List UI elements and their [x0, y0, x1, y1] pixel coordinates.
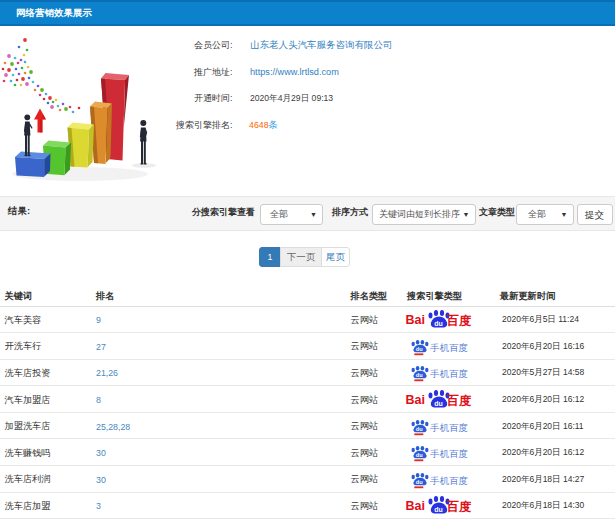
svg-text:手机百度: 手机百度 [430, 475, 468, 486]
svg-text:Bai: Bai [405, 313, 424, 327]
svg-text:百度: 百度 [445, 500, 472, 514]
svg-text:du: du [416, 426, 423, 432]
svg-text:手机百度: 手机百度 [430, 368, 468, 379]
svg-text:百度: 百度 [445, 314, 472, 328]
svg-text:手机百度: 手机百度 [430, 342, 468, 353]
svg-text:du: du [416, 373, 423, 379]
svg-text:du: du [416, 479, 423, 485]
svg-text:du: du [434, 400, 443, 407]
svg-text:Bai: Bai [405, 393, 424, 407]
svg-text:手机百度: 手机百度 [430, 421, 468, 432]
svg-text:du: du [416, 452, 423, 458]
svg-text:du: du [434, 320, 443, 327]
svg-text:手机百度: 手机百度 [430, 448, 468, 459]
svg-text:du: du [416, 346, 423, 352]
svg-text:du: du [434, 506, 443, 513]
svg-text:Bai: Bai [405, 499, 424, 513]
svg-text:百度: 百度 [445, 394, 472, 408]
